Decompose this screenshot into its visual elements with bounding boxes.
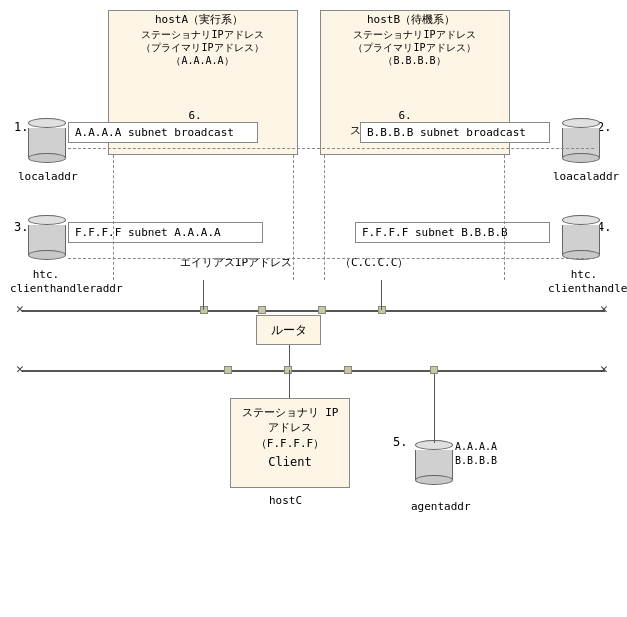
- cylinder-3: [28, 215, 66, 260]
- vdash-a-right: [293, 155, 294, 280]
- hline-top-bus: [22, 310, 605, 312]
- sq-agent: [430, 366, 438, 374]
- client-box: ステーショナリ IPアドレス （F.F.F.F） Client: [230, 398, 350, 488]
- hostb-label: hostB（待機系）: [367, 12, 455, 27]
- router-label: ルータ: [271, 322, 307, 339]
- clienthandleraddr-right: htc. clienthandleraddr: [548, 268, 620, 297]
- clienthandleraddr-left: htc. clienthandleraddr: [10, 268, 82, 297]
- router-box: ルータ: [256, 315, 321, 345]
- x-node-left-bottom: ✕: [14, 362, 26, 374]
- localaddr-label: localaddr: [18, 170, 76, 183]
- sq-top-1: [200, 306, 208, 314]
- broadcast-box-4: F.F.F.F subnet B.B.B.B: [355, 222, 550, 243]
- sq-bottom-1: [224, 366, 232, 374]
- hdash-top: [68, 148, 594, 149]
- num1: 1.: [14, 120, 28, 134]
- vdash-a-left: [113, 155, 114, 280]
- hdash-bottom: [68, 258, 594, 259]
- hline-bottom-bus: [22, 370, 605, 372]
- loacaladdr-label: loacaladdr: [553, 170, 613, 183]
- sq-top-3: [318, 306, 326, 314]
- agent-num: 5.: [393, 435, 407, 449]
- x-node-right-top: ✕: [598, 302, 610, 314]
- x-node-right-bottom: ✕: [598, 362, 610, 374]
- vline-hosta-down: [203, 280, 204, 310]
- cylinder-2: [562, 118, 600, 163]
- hosta-ip-label: ステーショナリIPアドレス （プライマリIPアドレス） （A.A.A.A）: [115, 28, 290, 67]
- vline-agent-up: [434, 370, 435, 443]
- hostc-label: hostC: [269, 494, 302, 507]
- broadcast-text-2: B.B.B.B subnet broadcast: [367, 126, 526, 139]
- num3: 3.: [14, 220, 28, 234]
- broadcast-box-1: A.A.A.A subnet broadcast: [68, 122, 258, 143]
- client-ip-label: ステーショナリ IPアドレス （F.F.F.F）: [239, 405, 341, 451]
- broadcast-box-3: F.F.F.F subnet A.A.A.A: [68, 222, 263, 243]
- broadcast-box-2: B.B.B.B subnet broadcast: [360, 122, 550, 143]
- x-node-left-top: ✕: [14, 302, 26, 314]
- network-diagram: hostA（実行系） ステーショナリIPアドレス （プライマリIPアドレス） （…: [0, 0, 627, 617]
- vline-hostb-down: [381, 280, 382, 310]
- cylinder-4: [562, 215, 600, 260]
- broadcast-text-4: F.F.F.F subnet B.B.B.B: [362, 226, 508, 239]
- sq-bottom-3: [344, 366, 352, 374]
- broadcast-text-3: F.F.F.F subnet A.A.A.A: [75, 226, 221, 239]
- hostb-ip-label: ステーショナリIPアドレス （プライマリIPアドレス） （B.B.B.B）: [327, 28, 502, 67]
- agentaddr-label: agentaddr: [411, 500, 471, 513]
- sq-top-4: [378, 306, 386, 314]
- vline-client-up: [289, 370, 290, 400]
- client-name: Client: [239, 455, 341, 469]
- broadcast-text-1: A.A.A.A subnet broadcast: [75, 126, 234, 139]
- cylinder-1: [28, 118, 66, 163]
- cylinder-agent: [415, 440, 453, 485]
- vdash-b-left: [324, 155, 325, 280]
- hosta-label: hostA（実行系）: [155, 12, 243, 27]
- sq-bottom-2: [284, 366, 292, 374]
- sq-top-2: [258, 306, 266, 314]
- agent-ips: A.A.A.A B.B.B.B: [455, 440, 497, 468]
- vdash-b-right: [504, 155, 505, 280]
